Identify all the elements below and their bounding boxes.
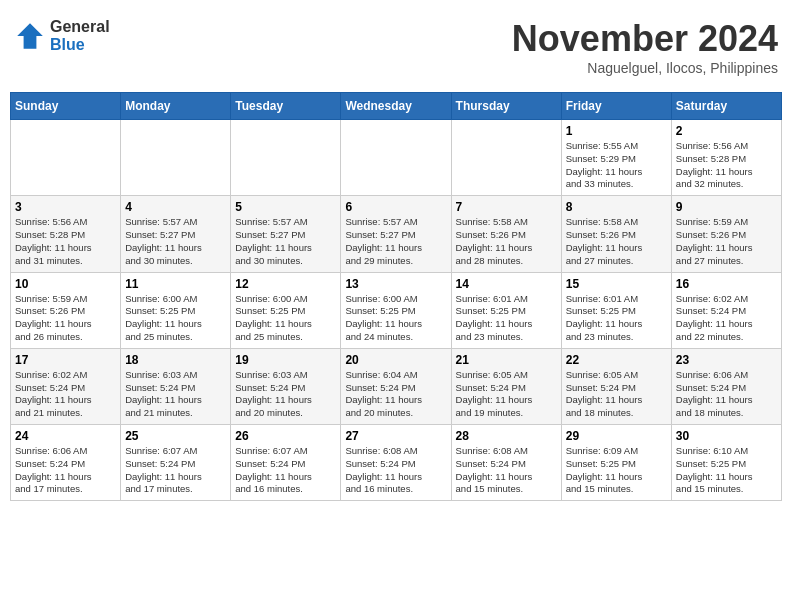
svg-marker-0 xyxy=(17,23,43,49)
location-text: Naguelguel, Ilocos, Philippines xyxy=(512,60,778,76)
day-cell: 28Sunrise: 6:08 AM Sunset: 5:24 PM Dayli… xyxy=(451,425,561,501)
day-number: 2 xyxy=(676,124,777,138)
day-cell: 26Sunrise: 6:07 AM Sunset: 5:24 PM Dayli… xyxy=(231,425,341,501)
day-cell: 6Sunrise: 5:57 AM Sunset: 5:27 PM Daylig… xyxy=(341,196,451,272)
day-info: Sunrise: 5:57 AM Sunset: 5:27 PM Dayligh… xyxy=(345,216,446,267)
day-cell: 12Sunrise: 6:00 AM Sunset: 5:25 PM Dayli… xyxy=(231,272,341,348)
day-info: Sunrise: 6:09 AM Sunset: 5:25 PM Dayligh… xyxy=(566,445,667,496)
day-info: Sunrise: 5:58 AM Sunset: 5:26 PM Dayligh… xyxy=(566,216,667,267)
day-number: 16 xyxy=(676,277,777,291)
logo-general-text: General xyxy=(50,18,110,36)
day-number: 5 xyxy=(235,200,336,214)
day-number: 13 xyxy=(345,277,446,291)
day-number: 30 xyxy=(676,429,777,443)
day-number: 21 xyxy=(456,353,557,367)
day-cell: 15Sunrise: 6:01 AM Sunset: 5:25 PM Dayli… xyxy=(561,272,671,348)
day-info: Sunrise: 6:01 AM Sunset: 5:25 PM Dayligh… xyxy=(566,293,667,344)
day-info: Sunrise: 6:05 AM Sunset: 5:24 PM Dayligh… xyxy=(456,369,557,420)
day-info: Sunrise: 6:03 AM Sunset: 5:24 PM Dayligh… xyxy=(125,369,226,420)
weekday-header-sunday: Sunday xyxy=(11,93,121,120)
day-info: Sunrise: 6:06 AM Sunset: 5:24 PM Dayligh… xyxy=(676,369,777,420)
day-number: 27 xyxy=(345,429,446,443)
weekday-header-wednesday: Wednesday xyxy=(341,93,451,120)
day-info: Sunrise: 5:59 AM Sunset: 5:26 PM Dayligh… xyxy=(676,216,777,267)
day-number: 29 xyxy=(566,429,667,443)
day-cell xyxy=(231,120,341,196)
day-number: 12 xyxy=(235,277,336,291)
month-title: November 2024 xyxy=(512,18,778,60)
day-cell xyxy=(451,120,561,196)
day-cell: 8Sunrise: 5:58 AM Sunset: 5:26 PM Daylig… xyxy=(561,196,671,272)
day-cell: 7Sunrise: 5:58 AM Sunset: 5:26 PM Daylig… xyxy=(451,196,561,272)
day-cell: 23Sunrise: 6:06 AM Sunset: 5:24 PM Dayli… xyxy=(671,348,781,424)
logo-icon xyxy=(14,20,46,52)
day-cell: 5Sunrise: 5:57 AM Sunset: 5:27 PM Daylig… xyxy=(231,196,341,272)
day-cell: 29Sunrise: 6:09 AM Sunset: 5:25 PM Dayli… xyxy=(561,425,671,501)
day-info: Sunrise: 6:08 AM Sunset: 5:24 PM Dayligh… xyxy=(456,445,557,496)
day-info: Sunrise: 6:00 AM Sunset: 5:25 PM Dayligh… xyxy=(125,293,226,344)
day-number: 8 xyxy=(566,200,667,214)
page-header: General Blue November 2024 Naguelguel, I… xyxy=(10,10,782,84)
weekday-header-saturday: Saturday xyxy=(671,93,781,120)
day-info: Sunrise: 6:01 AM Sunset: 5:25 PM Dayligh… xyxy=(456,293,557,344)
day-cell: 2Sunrise: 5:56 AM Sunset: 5:28 PM Daylig… xyxy=(671,120,781,196)
day-info: Sunrise: 6:00 AM Sunset: 5:25 PM Dayligh… xyxy=(235,293,336,344)
day-number: 24 xyxy=(15,429,116,443)
day-info: Sunrise: 6:07 AM Sunset: 5:24 PM Dayligh… xyxy=(125,445,226,496)
week-row-2: 3Sunrise: 5:56 AM Sunset: 5:28 PM Daylig… xyxy=(11,196,782,272)
day-number: 23 xyxy=(676,353,777,367)
day-cell: 17Sunrise: 6:02 AM Sunset: 5:24 PM Dayli… xyxy=(11,348,121,424)
weekday-header-friday: Friday xyxy=(561,93,671,120)
weekday-header-row: SundayMondayTuesdayWednesdayThursdayFrid… xyxy=(11,93,782,120)
day-number: 6 xyxy=(345,200,446,214)
week-row-3: 10Sunrise: 5:59 AM Sunset: 5:26 PM Dayli… xyxy=(11,272,782,348)
day-cell: 27Sunrise: 6:08 AM Sunset: 5:24 PM Dayli… xyxy=(341,425,451,501)
day-cell: 9Sunrise: 5:59 AM Sunset: 5:26 PM Daylig… xyxy=(671,196,781,272)
day-info: Sunrise: 6:06 AM Sunset: 5:24 PM Dayligh… xyxy=(15,445,116,496)
day-number: 14 xyxy=(456,277,557,291)
day-cell xyxy=(11,120,121,196)
week-row-1: 1Sunrise: 5:55 AM Sunset: 5:29 PM Daylig… xyxy=(11,120,782,196)
day-number: 7 xyxy=(456,200,557,214)
day-number: 9 xyxy=(676,200,777,214)
day-info: Sunrise: 6:08 AM Sunset: 5:24 PM Dayligh… xyxy=(345,445,446,496)
day-number: 18 xyxy=(125,353,226,367)
day-info: Sunrise: 5:57 AM Sunset: 5:27 PM Dayligh… xyxy=(125,216,226,267)
weekday-header-monday: Monday xyxy=(121,93,231,120)
day-number: 4 xyxy=(125,200,226,214)
day-info: Sunrise: 6:07 AM Sunset: 5:24 PM Dayligh… xyxy=(235,445,336,496)
day-number: 15 xyxy=(566,277,667,291)
weekday-header-tuesday: Tuesday xyxy=(231,93,341,120)
day-cell: 4Sunrise: 5:57 AM Sunset: 5:27 PM Daylig… xyxy=(121,196,231,272)
day-cell: 30Sunrise: 6:10 AM Sunset: 5:25 PM Dayli… xyxy=(671,425,781,501)
day-number: 20 xyxy=(345,353,446,367)
logo-text: General Blue xyxy=(50,18,110,53)
day-info: Sunrise: 6:02 AM Sunset: 5:24 PM Dayligh… xyxy=(676,293,777,344)
day-info: Sunrise: 6:04 AM Sunset: 5:24 PM Dayligh… xyxy=(345,369,446,420)
day-cell: 22Sunrise: 6:05 AM Sunset: 5:24 PM Dayli… xyxy=(561,348,671,424)
day-info: Sunrise: 5:55 AM Sunset: 5:29 PM Dayligh… xyxy=(566,140,667,191)
day-number: 1 xyxy=(566,124,667,138)
day-cell: 19Sunrise: 6:03 AM Sunset: 5:24 PM Dayli… xyxy=(231,348,341,424)
day-info: Sunrise: 6:10 AM Sunset: 5:25 PM Dayligh… xyxy=(676,445,777,496)
calendar-table: SundayMondayTuesdayWednesdayThursdayFrid… xyxy=(10,92,782,501)
day-cell: 21Sunrise: 6:05 AM Sunset: 5:24 PM Dayli… xyxy=(451,348,561,424)
day-number: 11 xyxy=(125,277,226,291)
day-number: 19 xyxy=(235,353,336,367)
day-number: 10 xyxy=(15,277,116,291)
day-cell: 14Sunrise: 6:01 AM Sunset: 5:25 PM Dayli… xyxy=(451,272,561,348)
day-cell: 3Sunrise: 5:56 AM Sunset: 5:28 PM Daylig… xyxy=(11,196,121,272)
logo: General Blue xyxy=(14,18,110,53)
day-cell: 20Sunrise: 6:04 AM Sunset: 5:24 PM Dayli… xyxy=(341,348,451,424)
day-number: 28 xyxy=(456,429,557,443)
week-row-5: 24Sunrise: 6:06 AM Sunset: 5:24 PM Dayli… xyxy=(11,425,782,501)
day-cell: 25Sunrise: 6:07 AM Sunset: 5:24 PM Dayli… xyxy=(121,425,231,501)
day-number: 22 xyxy=(566,353,667,367)
day-info: Sunrise: 6:00 AM Sunset: 5:25 PM Dayligh… xyxy=(345,293,446,344)
day-cell: 10Sunrise: 5:59 AM Sunset: 5:26 PM Dayli… xyxy=(11,272,121,348)
day-cell: 1Sunrise: 5:55 AM Sunset: 5:29 PM Daylig… xyxy=(561,120,671,196)
day-cell: 16Sunrise: 6:02 AM Sunset: 5:24 PM Dayli… xyxy=(671,272,781,348)
day-info: Sunrise: 5:56 AM Sunset: 5:28 PM Dayligh… xyxy=(676,140,777,191)
day-number: 3 xyxy=(15,200,116,214)
day-number: 26 xyxy=(235,429,336,443)
